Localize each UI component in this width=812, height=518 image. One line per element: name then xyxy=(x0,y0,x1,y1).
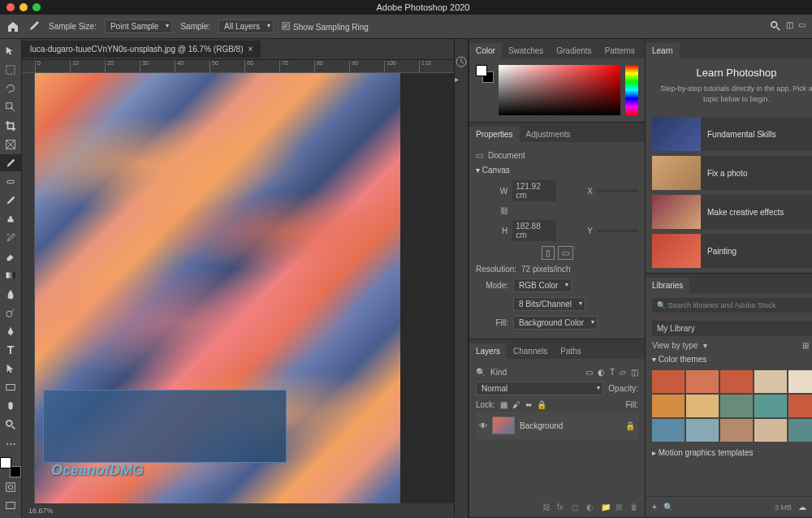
learn-item[interactable]: Painting› xyxy=(652,234,812,268)
brush-tool[interactable] xyxy=(0,192,21,209)
link-icon[interactable]: ⛓ xyxy=(476,206,508,215)
lock-position-icon[interactable]: ⬌ xyxy=(525,400,532,409)
history-brush-tool[interactable] xyxy=(0,229,21,246)
canvas[interactable]: OceanofDMG xyxy=(35,73,454,503)
color-swatch[interactable] xyxy=(788,419,812,442)
document-tab[interactable]: luca-dugaro-tuueCVnYN0s-unsplash.jpg @ 1… xyxy=(22,41,261,58)
color-swatch[interactable] xyxy=(720,419,753,442)
sample-size-dropdown[interactable]: Point Sample xyxy=(105,19,172,33)
color-swatch[interactable] xyxy=(754,370,787,393)
canvas-section[interactable]: ▾ Canvas xyxy=(476,162,638,178)
tab-properties[interactable]: Properties xyxy=(469,127,520,142)
zoom-level[interactable]: 16.67% xyxy=(28,507,54,515)
history-panel-icon[interactable] xyxy=(455,55,468,68)
color-swatch[interactable] xyxy=(686,419,719,442)
search-icon[interactable] xyxy=(770,20,781,33)
color-swatch[interactable] xyxy=(652,395,685,417)
color-swatch[interactable] xyxy=(652,419,685,442)
eyedropper-tool[interactable] xyxy=(0,154,21,171)
ruler-horizontal[interactable]: 0102030405060708090100110 xyxy=(22,60,454,73)
view-by-label[interactable]: View by type xyxy=(652,341,698,350)
x-field[interactable] xyxy=(598,189,638,192)
minimize-window-button[interactable] xyxy=(19,3,28,11)
object-select-tool[interactable] xyxy=(0,98,21,115)
maximize-window-button[interactable] xyxy=(32,3,41,11)
filter-shape-icon[interactable]: ▱ xyxy=(620,368,626,377)
lock-paint-icon[interactable]: 🖌 xyxy=(512,400,520,409)
portrait-icon[interactable]: ▯ xyxy=(542,246,555,260)
type-tool[interactable]: T xyxy=(0,342,21,359)
libraries-search[interactable]: 🔍 Search libraries and Adobe Stock xyxy=(652,298,812,313)
add-content-icon[interactable]: + xyxy=(652,503,657,512)
lasso-tool[interactable] xyxy=(0,80,21,97)
marquee-tool[interactable] xyxy=(0,61,21,78)
width-field[interactable]: 121.92 cm xyxy=(512,180,556,201)
frame-tool[interactable] xyxy=(0,136,21,153)
lock-all-icon[interactable]: 🔒 xyxy=(537,400,546,409)
layer-row[interactable]: 👁 Background 🔒 xyxy=(476,412,638,439)
screen-mode-toggle[interactable] xyxy=(0,498,21,515)
layer-name[interactable]: Background xyxy=(520,421,563,430)
blend-mode-dropdown[interactable]: Normal xyxy=(476,382,603,395)
close-window-button[interactable] xyxy=(6,3,15,11)
tab-layers[interactable]: Layers xyxy=(469,343,507,359)
bits-dropdown[interactable]: 8 Bits/Channel xyxy=(513,297,585,311)
color-swatch[interactable] xyxy=(788,395,812,417)
tab-paths[interactable]: Paths xyxy=(554,343,588,359)
grid-view-icon[interactable]: ⊞ xyxy=(802,341,809,350)
color-swatch[interactable] xyxy=(720,370,753,393)
fill-dropdown[interactable]: Background Color xyxy=(513,316,598,330)
dodge-tool[interactable] xyxy=(0,304,21,322)
layer-filter-icon[interactable]: 🔍 xyxy=(476,368,486,377)
delete-layer-icon[interactable]: 🗑 xyxy=(630,503,641,514)
color-themes-section[interactable]: ▾ Color themes xyxy=(646,352,812,367)
hue-slider[interactable] xyxy=(625,65,638,115)
path-select-tool[interactable] xyxy=(0,360,21,378)
quick-mask-toggle[interactable] xyxy=(0,479,21,496)
cloud-sync-icon[interactable]: ☁ xyxy=(798,503,806,512)
color-swatch[interactable] xyxy=(754,395,787,417)
height-field[interactable]: 182.88 cm xyxy=(512,220,556,241)
move-tool[interactable] xyxy=(0,42,21,59)
gradient-tool[interactable] xyxy=(0,267,21,284)
foreground-background-colors[interactable] xyxy=(0,457,21,477)
learn-item[interactable]: Make creative effects› xyxy=(652,195,812,229)
lock-transparent-icon[interactable]: ▦ xyxy=(500,400,508,409)
new-layer-icon[interactable]: ⊞ xyxy=(615,503,627,514)
tab-color[interactable]: Color xyxy=(469,43,502,58)
color-theme-row[interactable] xyxy=(652,370,812,393)
tab-learn[interactable]: Learn xyxy=(646,43,680,58)
filter-adjust-icon[interactable]: ◐ xyxy=(598,368,605,377)
clone-stamp-tool[interactable] xyxy=(0,210,21,227)
layer-thumbnail[interactable] xyxy=(492,417,515,434)
tab-channels[interactable]: Channels xyxy=(507,343,554,359)
pen-tool[interactable] xyxy=(0,323,21,340)
tab-libraries[interactable]: Libraries xyxy=(646,278,689,293)
edit-toolbar[interactable]: ⋯ xyxy=(0,435,21,452)
filter-type-icon[interactable]: T xyxy=(610,368,615,377)
learn-item[interactable]: Fix a photo› xyxy=(652,156,812,190)
home-button[interactable] xyxy=(6,20,19,33)
visibility-icon[interactable]: 👁 xyxy=(479,421,487,430)
zoom-tool[interactable] xyxy=(0,417,21,434)
group-icon[interactable]: 📁 xyxy=(601,503,612,514)
color-swatch[interactable] xyxy=(720,395,753,417)
landscape-icon[interactable]: ▭ xyxy=(558,246,573,260)
color-theme-row[interactable] xyxy=(652,419,812,442)
color-swatch[interactable] xyxy=(652,370,685,393)
color-swatch[interactable] xyxy=(788,370,812,393)
layer-style-icon[interactable]: fx xyxy=(557,503,568,514)
tab-adjustments[interactable]: Adjustments xyxy=(520,127,577,142)
close-tab-icon[interactable]: × xyxy=(248,45,253,54)
adjustment-layer-icon[interactable]: ◐ xyxy=(586,503,598,514)
workspace-icon[interactable]: ▭ xyxy=(798,20,806,33)
crop-tool[interactable] xyxy=(0,117,21,134)
rectangle-tool[interactable] xyxy=(0,379,21,396)
color-swatch[interactable] xyxy=(754,419,787,442)
filter-image-icon[interactable]: ▭ xyxy=(585,368,593,377)
blur-tool[interactable] xyxy=(0,286,21,303)
color-swatch[interactable] xyxy=(686,370,719,393)
tab-swatches[interactable]: Swatches xyxy=(502,43,550,58)
hand-tool[interactable] xyxy=(0,398,21,415)
layer-mask-icon[interactable]: ◻ xyxy=(572,503,583,514)
